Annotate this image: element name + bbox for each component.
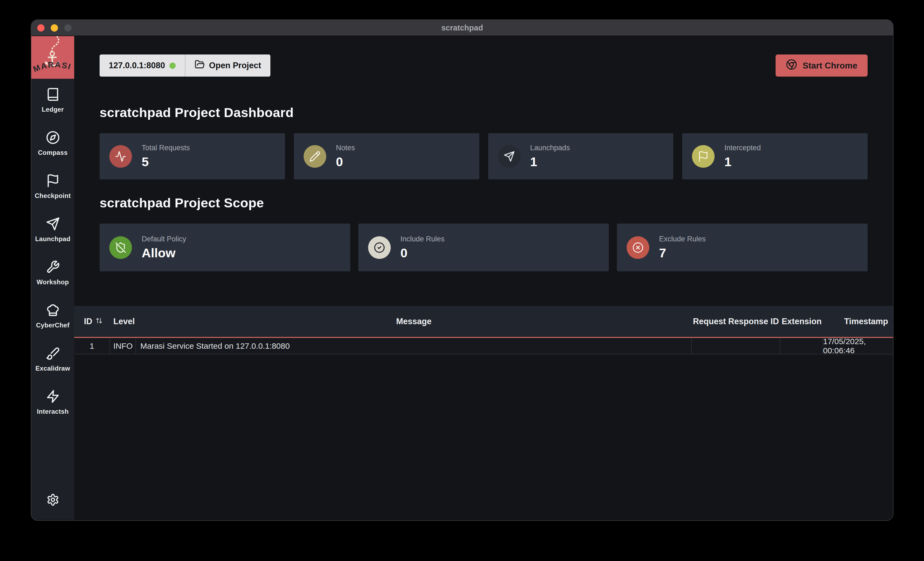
cell-request-response-id xyxy=(692,338,780,354)
dashboard-cards: Total Requests 5 Notes 0 Launchpads 1 xyxy=(100,133,868,180)
settings-button[interactable] xyxy=(46,493,59,507)
flag-icon xyxy=(692,145,715,168)
stat-card-launchpads: Launchpads 1 xyxy=(488,133,674,180)
chrome-icon xyxy=(786,59,797,72)
open-project-label: Open Project xyxy=(209,61,261,70)
sidebar-item-label: Excalidraw xyxy=(35,365,70,372)
stat-value: 5 xyxy=(142,154,190,169)
cell-message: Marasi Service Started on 127.0.0.1:8080 xyxy=(136,338,692,354)
stat-value: 1 xyxy=(724,154,761,169)
zap-icon xyxy=(46,389,60,405)
dashboard-title: scratchpad Project Dashboard xyxy=(100,106,868,119)
marasi-logo: ⚓ MARASI xyxy=(31,36,74,79)
column-header-request-response-id: Request Response ID xyxy=(692,317,780,326)
stat-label: Intercepted xyxy=(724,144,761,152)
proxy-address-text: 127.0.0.1:8080 xyxy=(109,61,165,70)
column-header-extension: Extension xyxy=(780,317,823,326)
send-icon xyxy=(498,145,520,168)
log-table: ID Level Message Request Response ID Ext… xyxy=(74,306,893,355)
stat-label: Include Rules xyxy=(400,235,445,243)
sidebar-item-checkpoint[interactable]: Checkpoint xyxy=(31,165,74,208)
scope-card-include-rules: Include Rules 0 xyxy=(358,224,609,271)
title-bar: scratchpad xyxy=(31,20,893,36)
sidebar-item-excalidraw[interactable]: Excalidraw xyxy=(31,338,74,381)
svg-text:MARASI: MARASI xyxy=(32,60,72,73)
proxy-address-group: 127.0.0.1:8080 Open Project xyxy=(100,54,270,76)
sidebar-item-ledger[interactable]: Ledger xyxy=(31,79,74,122)
flag-icon xyxy=(46,174,60,189)
wrench-icon xyxy=(46,260,60,275)
stat-label: Launchpads xyxy=(530,144,570,152)
column-label: ID xyxy=(84,317,92,326)
compass-icon xyxy=(46,130,60,146)
sidebar-item-interactsh[interactable]: Interactsh xyxy=(31,381,74,424)
sidebar-item-compass[interactable]: Compass xyxy=(31,122,74,165)
sidebar-item-label: Launchpad xyxy=(35,235,70,243)
cell-extension xyxy=(780,338,823,354)
window-title: scratchpad xyxy=(441,24,483,32)
stat-label: Total Requests xyxy=(142,144,190,152)
cell-level: INFO xyxy=(110,338,136,354)
sidebar-item-label: Checkpoint xyxy=(35,192,71,200)
stat-label: Exclude Rules xyxy=(659,235,706,243)
sidebar-item-label: CyberChef xyxy=(36,322,69,329)
scope-title: scratchpad Project Scope xyxy=(100,196,868,209)
column-header-timestamp: Timestamp xyxy=(823,317,893,326)
book-icon xyxy=(46,87,60,102)
minimize-button[interactable] xyxy=(51,24,58,31)
scope-cards: Default Policy Allow Include Rules 0 Exc… xyxy=(100,224,868,271)
sidebar-nav: Ledger Compass Checkpoint Launchpad Work… xyxy=(31,79,74,424)
sort-icon xyxy=(96,317,102,326)
sidebar-item-cyberchef[interactable]: CyberChef xyxy=(31,295,74,338)
sidebar-item-workshop[interactable]: Workshop xyxy=(31,251,74,295)
folder-open-icon xyxy=(195,59,205,72)
sidebar: ⚓ MARASI Ledger Compass xyxy=(31,36,74,520)
stat-value: 7 xyxy=(659,245,706,260)
main-content: 127.0.0.1:8080 Open Project Start Chrome… xyxy=(74,36,893,520)
proxy-status-dot xyxy=(170,63,176,69)
stat-card-total-requests: Total Requests 5 xyxy=(100,133,285,180)
sidebar-item-label: Ledger xyxy=(42,106,64,113)
stat-card-notes: Notes 0 xyxy=(294,133,479,180)
start-chrome-label: Start Chrome xyxy=(802,61,857,71)
send-icon xyxy=(46,217,60,232)
pencil-icon xyxy=(304,145,326,168)
stat-value: 1 xyxy=(530,154,570,169)
start-chrome-button[interactable]: Start Chrome xyxy=(776,54,868,76)
sidebar-item-launchpad[interactable]: Launchpad xyxy=(31,208,74,251)
gear-icon xyxy=(46,503,59,507)
stat-value: Allow xyxy=(142,245,186,260)
stat-value: 0 xyxy=(400,245,445,260)
app-window: scratchpad ⚓ MARASI Ledger xyxy=(31,19,894,521)
zoom-button[interactable] xyxy=(64,24,72,31)
stat-label: Notes xyxy=(336,144,355,152)
stat-card-intercepted: Intercepted 1 xyxy=(682,133,868,180)
scope-card-exclude-rules: Exclude Rules 7 xyxy=(617,224,868,271)
sidebar-item-label: Compass xyxy=(38,149,68,156)
column-header-message: Message xyxy=(136,317,692,326)
log-table-header: ID Level Message Request Response ID Ext… xyxy=(74,306,893,338)
sidebar-item-label: Interactsh xyxy=(37,408,69,415)
column-header-level: Level xyxy=(110,317,136,326)
column-header-id[interactable]: ID xyxy=(74,317,110,326)
top-bar: 127.0.0.1:8080 Open Project Start Chrome xyxy=(100,54,868,76)
stat-value: 0 xyxy=(336,154,355,169)
scope-card-default-policy: Default Policy Allow xyxy=(100,224,350,271)
circle-x-icon xyxy=(627,236,649,259)
cell-timestamp: 17/05/2025, 00:06:46 xyxy=(823,338,893,354)
proxy-address[interactable]: 127.0.0.1:8080 xyxy=(100,54,185,76)
anchor-logo-icon: ⚓ MARASI xyxy=(31,36,74,79)
close-button[interactable] xyxy=(37,24,45,31)
logo-text: MARASI xyxy=(32,60,72,73)
brush-icon xyxy=(46,346,60,361)
log-table-row[interactable]: 1 INFO Marasi Service Started on 127.0.0… xyxy=(74,338,893,355)
cell-id: 1 xyxy=(74,338,110,354)
shield-off-icon xyxy=(109,236,132,259)
stat-label: Default Policy xyxy=(142,235,186,243)
open-project-button[interactable]: Open Project xyxy=(185,54,270,76)
activity-icon xyxy=(109,145,132,168)
circle-check-icon xyxy=(368,236,391,259)
traffic-lights xyxy=(37,20,72,36)
sidebar-item-label: Workshop xyxy=(37,278,69,286)
chef-hat-icon xyxy=(46,303,60,318)
